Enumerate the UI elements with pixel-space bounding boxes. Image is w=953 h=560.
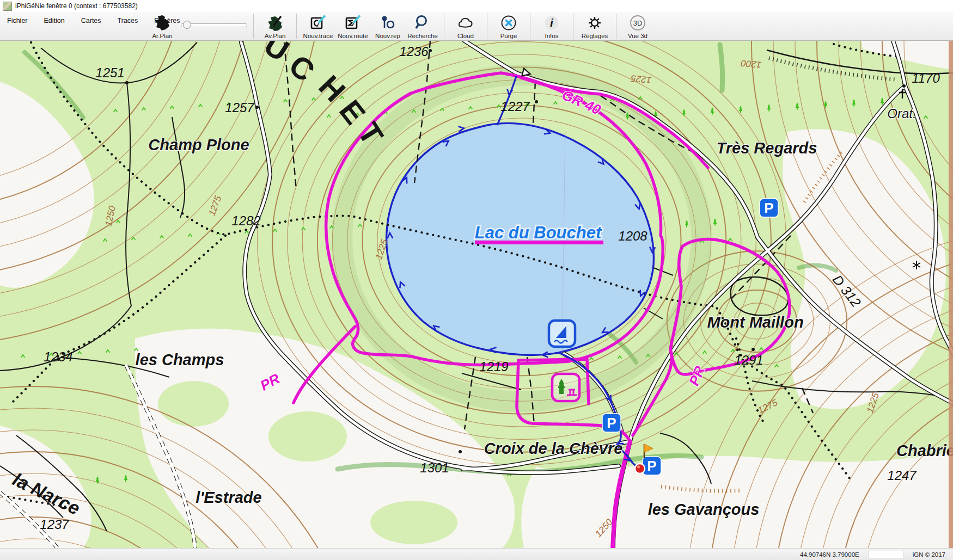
- map-label: 1257: [225, 100, 255, 115]
- pin-icon: [378, 13, 397, 33]
- map-area: PPP UCHET12511257Champ Plone12361227GR 4…: [0, 41, 953, 548]
- spot-height-dot: [752, 348, 755, 351]
- parking-icon[interactable]: P: [760, 199, 778, 217]
- map-label: Chabrie: [896, 442, 953, 459]
- map-label: Champ Plone: [148, 136, 249, 153]
- spot-height-dot: [125, 81, 129, 84]
- cloud-label: Cloud: [457, 33, 474, 39]
- menu-fichier[interactable]: Fichier: [7, 17, 28, 24]
- map-label: Croix de la Chèvre: [484, 440, 623, 457]
- infos-button[interactable]: i Infos: [534, 13, 569, 39]
- map-label: Mont Maillon: [707, 313, 803, 331]
- nouvtrace-label: Nouv.trace: [303, 33, 333, 39]
- nouvrep-label: Nouv.rep: [375, 33, 400, 39]
- map-label: l'Estrade: [196, 489, 261, 506]
- nouvroute-button[interactable]: Nouv.route: [335, 13, 370, 39]
- nouvroute-label: Nouv.route: [338, 33, 368, 39]
- gear-icon: [585, 13, 604, 33]
- lake-name-label: Lac du Bouchet: [475, 223, 602, 242]
- map-label: 1301: [420, 460, 449, 475]
- window-title: iPhiGéNie fenêtre 0 (context : 677503582…: [15, 2, 138, 10]
- statusbar-coordinates: 44.90746N 3.79000E: [800, 551, 859, 558]
- spot-height-dot: [535, 100, 538, 103]
- map-label: 1227: [500, 99, 530, 114]
- map-label: Orat.: [887, 106, 916, 121]
- map-label: Très Regards: [717, 139, 817, 157]
- map-label: 1200: [740, 58, 762, 70]
- search-icon: [413, 13, 432, 33]
- purge-x-icon: [499, 13, 518, 33]
- avplan-button[interactable]: Av.Plan: [258, 13, 292, 39]
- spot-height-dot: [255, 106, 259, 109]
- arplan-button[interactable]: Ar.Plan: [145, 13, 180, 39]
- menu-edition[interactable]: Edition: [44, 17, 65, 24]
- map-label: 1282: [231, 213, 260, 228]
- toolbar-band: Fichier Edition Cartes Traces Repères Ar…: [0, 12, 953, 41]
- waypoint-dot-icon[interactable]: [635, 464, 645, 473]
- map-label: 1247: [887, 468, 917, 483]
- statusbar-copyright: iGN © 2017: [913, 551, 945, 558]
- toolbar-separator: [444, 14, 444, 39]
- statusbar: 44.90746N 3.79000E iGN © 2017: [0, 548, 953, 560]
- recherche-button[interactable]: Recherche: [405, 13, 440, 39]
- zoom-slider[interactable]: [181, 23, 247, 27]
- purge-button[interactable]: Purge: [491, 13, 526, 39]
- map-label: 1225: [630, 73, 652, 85]
- map-label: 1208: [618, 229, 647, 243]
- map-label: 1236: [399, 44, 429, 59]
- menu-cartes[interactable]: Cartes: [81, 17, 101, 24]
- picnic-icon[interactable]: [552, 374, 579, 401]
- cloud-icon: [456, 13, 475, 33]
- toolbar-separator: [616, 14, 616, 39]
- 3d-icon: 3D: [628, 13, 647, 33]
- svg-text:3D: 3D: [633, 19, 643, 27]
- svg-text:P: P: [607, 415, 616, 431]
- toolbar-separator: [487, 14, 487, 39]
- info-icon: i: [542, 13, 561, 33]
- arplan-label: Ar.Plan: [152, 33, 172, 39]
- map-label: les Gavançous: [648, 501, 760, 518]
- tile-edge-artifact: [949, 41, 953, 548]
- toolbar: Ar.Plan Av.Plan: [145, 13, 655, 40]
- cloud-button[interactable]: Cloud: [448, 13, 483, 39]
- toolbar-separator: [296, 14, 297, 39]
- map-label: les Champs: [136, 351, 224, 368]
- toolbar-separator: [573, 14, 573, 39]
- svg-text:P: P: [647, 458, 656, 474]
- map-label: 1291: [734, 353, 763, 367]
- map-label: 1237: [40, 517, 70, 532]
- avplan-label: Av.Plan: [265, 33, 286, 39]
- reglages-label: Réglages: [582, 33, 608, 39]
- reglages-button[interactable]: Réglages: [577, 13, 612, 39]
- nouvtrace-button[interactable]: Nouv.trace: [301, 13, 335, 39]
- toolbar-separator: [530, 14, 530, 39]
- parking-icon[interactable]: P: [602, 414, 621, 432]
- recherche-label: Recherche: [407, 33, 438, 39]
- statusbar-pill: [868, 551, 904, 558]
- sailing-icon[interactable]: [549, 321, 575, 347]
- map-label: 1219: [479, 359, 508, 374]
- app-icon: [3, 2, 12, 11]
- vue3d-label: Vue 3d: [628, 33, 647, 39]
- slider-thumb[interactable]: [183, 21, 191, 29]
- france-black-icon: [154, 13, 171, 33]
- spot-height-dot: [429, 49, 432, 52]
- route-pencil-icon: [344, 13, 362, 33]
- map-label: 1251: [95, 65, 124, 80]
- trace-pencil-icon: [309, 13, 327, 33]
- toolbar-separator: [253, 14, 254, 39]
- vue3d-button[interactable]: 3D Vue 3d: [620, 13, 655, 39]
- menu-traces[interactable]: Traces: [118, 17, 138, 24]
- svg-text:P: P: [764, 200, 773, 216]
- map-label: 1234: [44, 349, 72, 364]
- purge-label: Purge: [500, 33, 517, 39]
- spot-height-dot: [902, 84, 906, 88]
- france-green-pencil-icon: [266, 13, 284, 33]
- spot-height-dot: [459, 450, 462, 453]
- map-canvas[interactable]: PPP UCHET12511257Champ Plone12361227GR 4…: [0, 41, 953, 548]
- nouvrep-button[interactable]: Nouv.rep: [370, 13, 405, 39]
- parking-icon[interactable]: P: [643, 457, 661, 475]
- map-label: 1170: [912, 71, 940, 85]
- window-titlebar: iPhiGéNie fenêtre 0 (context : 677503582…: [0, 0, 953, 12]
- infos-label: Infos: [545, 33, 559, 39]
